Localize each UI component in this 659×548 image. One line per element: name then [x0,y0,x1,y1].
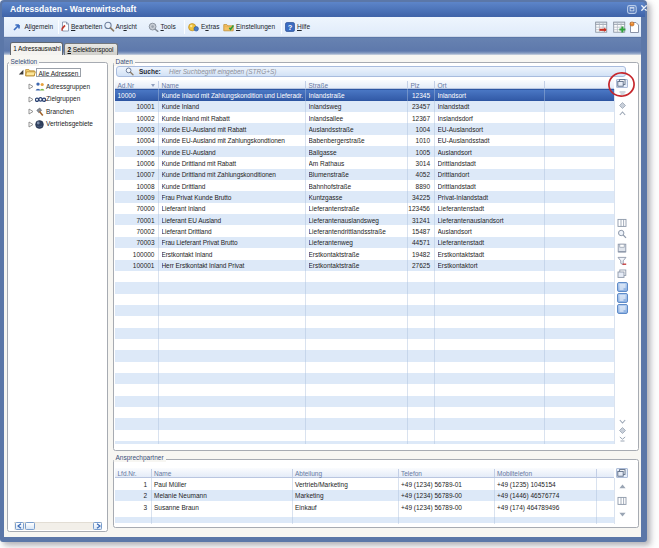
svg-text:?: ? [287,22,292,31]
